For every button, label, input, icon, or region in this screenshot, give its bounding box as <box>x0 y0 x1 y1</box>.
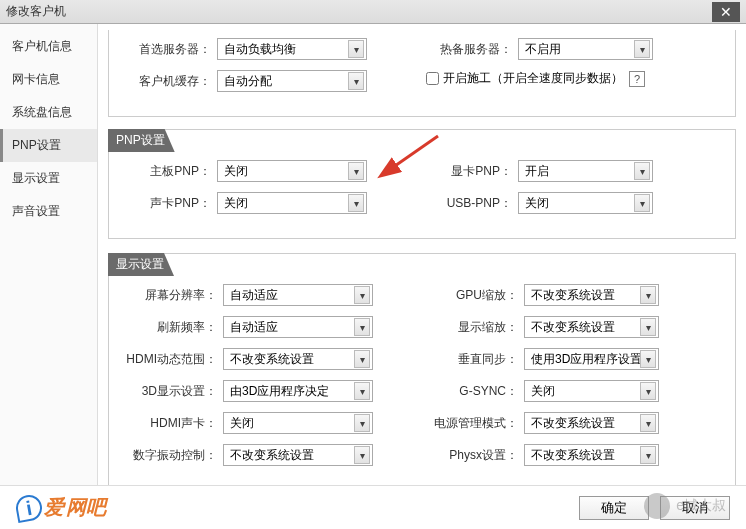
mb-pnp-select[interactable]: 关闭 ▾ <box>217 160 367 182</box>
gpu-scale-label: GPU缩放： <box>422 287 518 304</box>
power-label: 电源管理模式： <box>422 415 518 432</box>
vsync-select[interactable]: 使用3D应用程序设置▾ <box>524 348 659 370</box>
chevron-down-icon: ▾ <box>640 286 656 304</box>
hdmi-range-label: HDMI动态范围： <box>121 351 217 368</box>
logo: i 爱网吧 <box>16 494 106 521</box>
chevron-down-icon: ▾ <box>354 414 370 432</box>
physx-select[interactable]: 不改变系统设置▾ <box>524 444 659 466</box>
disp-scale-label: 显示缩放： <box>422 319 518 336</box>
help-icon[interactable]: ? <box>629 71 645 87</box>
sidebar-item-display[interactable]: 显示设置 <box>0 162 97 195</box>
close-button[interactable]: ✕ <box>712 2 740 22</box>
preferred-server-label: 首选服务器： <box>121 41 211 58</box>
chevron-down-icon: ▾ <box>348 40 364 58</box>
hdmi-snd-select[interactable]: 关闭▾ <box>223 412 373 434</box>
usb-pnp-select[interactable]: 关闭 ▾ <box>518 192 653 214</box>
sidebar-item-nic-info[interactable]: 网卡信息 <box>0 63 97 96</box>
construction-checkbox[interactable]: 开启施工（开启全速度同步数据） <box>426 70 623 87</box>
refresh-select[interactable]: 自动适应▾ <box>223 316 373 338</box>
usb-pnp-label: USB-PNP： <box>422 195 512 212</box>
d3d-label: 3D显示设置： <box>121 383 217 400</box>
disp-scale-select[interactable]: 不改变系统设置▾ <box>524 316 659 338</box>
chevron-down-icon: ▾ <box>634 162 650 180</box>
display-fieldset: 显示设置 屏幕分辨率： 自动适应▾ 刷新频率： 自动适应▾ HDMI动态范围： … <box>108 253 736 485</box>
window-title: 修改客户机 <box>6 3 66 20</box>
chevron-down-icon: ▾ <box>640 382 656 400</box>
chevron-down-icon: ▾ <box>348 194 364 212</box>
hdmi-range-select[interactable]: 不改变系统设置▾ <box>223 348 373 370</box>
gpu-pnp-select[interactable]: 开启 ▾ <box>518 160 653 182</box>
mb-pnp-label: 主板PNP： <box>121 163 211 180</box>
hdmi-snd-label: HDMI声卡： <box>121 415 217 432</box>
resolution-select[interactable]: 自动适应▾ <box>223 284 373 306</box>
snd-pnp-label: 声卡PNP： <box>121 195 211 212</box>
sidebar-item-sound[interactable]: 声音设置 <box>0 195 97 228</box>
chevron-down-icon: ▾ <box>640 446 656 464</box>
cancel-button[interactable]: 取消 <box>660 496 730 520</box>
chevron-down-icon: ▾ <box>634 40 650 58</box>
power-select[interactable]: 不改变系统设置▾ <box>524 412 659 434</box>
chevron-down-icon: ▾ <box>640 350 656 368</box>
vsync-label: 垂直同步： <box>422 351 518 368</box>
vibrance-select[interactable]: 不改变系统设置▾ <box>223 444 373 466</box>
sidebar: 客户机信息 网卡信息 系统盘信息 PNP设置 显示设置 声音设置 <box>0 24 98 485</box>
physx-label: Physx设置： <box>422 447 518 464</box>
display-legend: 显示设置 <box>108 253 174 276</box>
sidebar-item-sysdisk-info[interactable]: 系统盘信息 <box>0 96 97 129</box>
chevron-down-icon: ▾ <box>634 194 650 212</box>
ok-button[interactable]: 确定 <box>579 496 649 520</box>
gsync-select[interactable]: 关闭▾ <box>524 380 659 402</box>
chevron-down-icon: ▾ <box>354 286 370 304</box>
client-cache-label: 客户机缓存： <box>121 73 211 90</box>
sidebar-item-pnp[interactable]: PNP设置 <box>0 129 97 162</box>
pnp-legend: PNP设置 <box>108 129 175 152</box>
close-icon: ✕ <box>720 4 732 20</box>
chevron-down-icon: ▾ <box>354 446 370 464</box>
backup-server-select[interactable]: 不启用 ▾ <box>518 38 653 60</box>
logo-icon: i <box>14 492 44 522</box>
chevron-down-icon: ▾ <box>354 350 370 368</box>
client-cache-select[interactable]: 自动分配 ▾ <box>217 70 367 92</box>
vibrance-label: 数字振动控制： <box>121 447 217 464</box>
d3d-select[interactable]: 由3D应用程序决定▾ <box>223 380 373 402</box>
gpu-pnp-label: 显卡PNP： <box>422 163 512 180</box>
pnp-fieldset: PNP设置 主板PNP： 关闭 ▾ 声卡PNP： 关闭 ▾ <box>108 129 736 239</box>
chevron-down-icon: ▾ <box>348 162 364 180</box>
snd-pnp-select[interactable]: 关闭 ▾ <box>217 192 367 214</box>
sidebar-item-client-info[interactable]: 客户机信息 <box>0 30 97 63</box>
chevron-down-icon: ▾ <box>640 414 656 432</box>
gsync-label: G-SYNC： <box>422 383 518 400</box>
backup-server-label: 热备服务器： <box>422 41 512 58</box>
chevron-down-icon: ▾ <box>640 318 656 336</box>
refresh-label: 刷新频率： <box>121 319 217 336</box>
gpu-scale-select[interactable]: 不改变系统设置▾ <box>524 284 659 306</box>
chevron-down-icon: ▾ <box>354 382 370 400</box>
resolution-label: 屏幕分辨率： <box>121 287 217 304</box>
preferred-server-select[interactable]: 自动负载均衡 ▾ <box>217 38 367 60</box>
server-section: 首选服务器： 自动负载均衡 ▾ 客户机缓存： 自动分配 ▾ <box>108 30 736 117</box>
chevron-down-icon: ▾ <box>348 72 364 90</box>
chevron-down-icon: ▾ <box>354 318 370 336</box>
